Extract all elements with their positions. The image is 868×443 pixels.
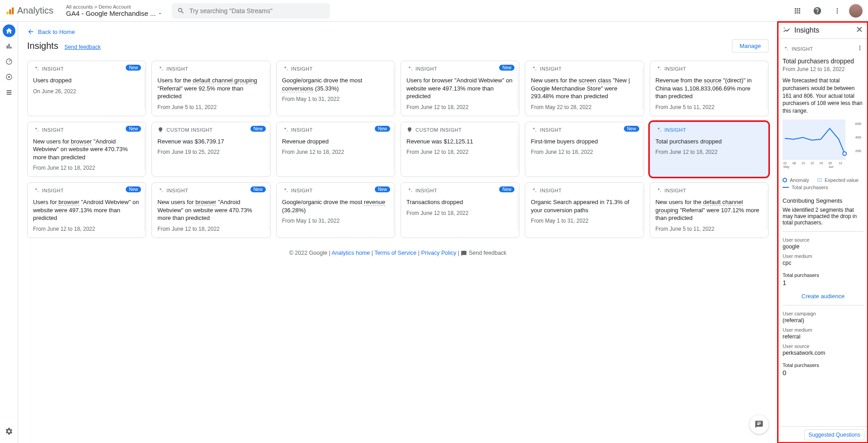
analytics-logo-icon bbox=[5, 6, 14, 15]
card-date: From June 12 to 18, 2022 bbox=[656, 149, 763, 155]
insight-card[interactable]: NewINSIGHTUsers droppedOn June 26, 2022 bbox=[27, 61, 146, 116]
svg-text:600: 600 bbox=[855, 122, 862, 126]
card-title: Users for the default channel grouping "… bbox=[157, 76, 264, 100]
nav-home[interactable] bbox=[3, 24, 15, 37]
segment-1: User source google User medium cpc Total… bbox=[783, 237, 863, 286]
card-type-label: INSIGHT bbox=[656, 187, 763, 194]
insights-grid: NewINSIGHTUsers droppedOn June 26, 2022I… bbox=[27, 61, 769, 238]
page-title: Insights bbox=[27, 41, 58, 51]
panel-title: Insights bbox=[794, 26, 819, 34]
nav-explore[interactable] bbox=[3, 55, 15, 68]
card-type-label: INSIGHT bbox=[282, 127, 389, 133]
help-icon[interactable] bbox=[809, 3, 826, 19]
insight-card[interactable]: NewINSIGHTTransactions droppedFrom June … bbox=[401, 182, 519, 238]
feedback-icon bbox=[461, 250, 467, 257]
panel-description: We forecasted that total purchasers woul… bbox=[783, 77, 863, 115]
new-badge: New bbox=[624, 126, 639, 132]
new-badge: New bbox=[250, 126, 266, 132]
panel-header: Insights bbox=[778, 22, 868, 39]
card-title: Google/organic drove the most revenue (3… bbox=[282, 198, 389, 214]
new-badge: New bbox=[250, 186, 266, 192]
manage-button[interactable]: Manage bbox=[732, 39, 769, 52]
footer-send-feedback[interactable]: Send feedback bbox=[469, 250, 506, 256]
insight-card[interactable]: INSIGHTTotal purchasers droppedFrom June… bbox=[650, 122, 769, 177]
new-badge: New bbox=[375, 126, 390, 132]
card-title: Total purchasers dropped bbox=[656, 138, 763, 146]
card-date: From May 1 to 31, 2022 bbox=[282, 96, 389, 102]
insight-card[interactable]: INSIGHTUsers for the default channel gro… bbox=[151, 61, 270, 116]
insight-card[interactable]: INSIGHTRevenue from the source "(direct)… bbox=[650, 61, 769, 116]
insight-card[interactable]: INSIGHTOrganic Search appeared in 71.3% … bbox=[525, 182, 644, 238]
svg-rect-6 bbox=[6, 90, 11, 91]
new-badge: New bbox=[126, 126, 141, 132]
footer-link-home[interactable]: Analytics home bbox=[331, 250, 370, 256]
footer-link-privacy[interactable]: Privacy Policy bbox=[421, 250, 456, 256]
svg-text:01: 01 bbox=[783, 162, 787, 165]
svg-text:200: 200 bbox=[855, 149, 862, 153]
chat-icon bbox=[755, 420, 764, 429]
panel-insight-title: Total purchasers dropped bbox=[783, 57, 863, 65]
search-input[interactable] bbox=[189, 7, 325, 14]
card-title: First-time buyers dropped bbox=[531, 138, 638, 146]
svg-text:May: May bbox=[783, 165, 790, 169]
card-date: From May 1 to 31, 2022 bbox=[531, 218, 638, 224]
close-panel-button[interactable] bbox=[855, 25, 863, 35]
card-type-label: INSIGHT bbox=[531, 187, 638, 194]
create-audience-link-1[interactable]: Create audience bbox=[802, 293, 844, 300]
insight-card[interactable]: NewINSIGHTGoogle/organic drove the most … bbox=[276, 182, 395, 238]
card-type-label: INSIGHT bbox=[406, 66, 514, 72]
left-nav bbox=[0, 22, 18, 443]
card-title: Users for browser "Android Webview" on w… bbox=[33, 198, 140, 222]
insight-card[interactable]: CUSTOM INSIGHTRevenue was $12,125.11From… bbox=[401, 122, 519, 177]
card-type-label: INSIGHT bbox=[531, 127, 638, 133]
card-type-label: CUSTOM INSIGHT bbox=[406, 127, 514, 133]
apps-icon[interactable] bbox=[789, 3, 806, 19]
card-title: New users for the default channel groupi… bbox=[656, 198, 763, 222]
insight-card[interactable]: INSIGHTNew users for the screen class "N… bbox=[525, 61, 644, 116]
insights-icon bbox=[783, 26, 791, 34]
new-badge: New bbox=[499, 186, 514, 192]
insight-card[interactable]: INSIGHTGoogle/organic drove the most con… bbox=[276, 61, 395, 116]
svg-text:08: 08 bbox=[793, 162, 796, 165]
card-type-label: INSIGHT bbox=[282, 66, 389, 72]
nav-configure[interactable] bbox=[3, 86, 15, 99]
card-type-label: INSIGHT bbox=[406, 187, 514, 194]
card-date: From June 5 to 11, 2022 bbox=[157, 104, 264, 110]
insight-card[interactable]: NewINSIGHTFirst-time buyers droppedFrom … bbox=[525, 122, 644, 177]
insight-card[interactable]: NewINSIGHTUsers for browser "Android Web… bbox=[401, 61, 519, 116]
card-title: Google/organic drove the most conversion… bbox=[282, 76, 389, 92]
property-selector[interactable]: All accounts > Demo Account GA4 - Google… bbox=[66, 4, 163, 17]
send-feedback-link[interactable]: Send feedback bbox=[65, 44, 101, 50]
insight-card[interactable]: NewINSIGHTNew users for browser "Android… bbox=[151, 182, 270, 238]
insight-card[interactable]: NewINSIGHTNew users for browser "Android… bbox=[27, 122, 146, 177]
insight-card[interactable]: NewINSIGHTUsers for browser "Android Web… bbox=[27, 182, 146, 238]
svg-text:29: 29 bbox=[820, 162, 823, 165]
card-date: From June 12 to 18, 2022 bbox=[33, 165, 140, 171]
nav-admin[interactable] bbox=[3, 425, 15, 438]
insight-card[interactable]: NewCUSTOM INSIGHTRevenue was $36,739.17F… bbox=[151, 122, 270, 177]
svg-point-9 bbox=[784, 27, 785, 28]
avatar[interactable] bbox=[849, 4, 863, 18]
search-bar[interactable] bbox=[172, 3, 330, 19]
insights-side-panel: Insights INSIGHT Total purchasers droppe… bbox=[778, 22, 868, 443]
app-logo[interactable]: Analytics bbox=[5, 5, 53, 16]
insight-card[interactable]: INSIGHTNew users for the default channel… bbox=[650, 182, 769, 238]
suggested-questions-button[interactable]: Suggested Questions bbox=[804, 429, 864, 440]
svg-rect-0 bbox=[7, 11, 9, 14]
insight-card[interactable]: NewINSIGHTRevenue droppedFrom June 12 to… bbox=[276, 122, 395, 177]
segment-2: User campaign (referral) User medium ref… bbox=[783, 311, 863, 376]
svg-rect-2 bbox=[12, 7, 14, 14]
panel-tag: INSIGHT bbox=[783, 46, 813, 52]
svg-text:22: 22 bbox=[811, 162, 814, 165]
card-type-label: INSIGHT bbox=[33, 127, 140, 133]
nav-reports[interactable] bbox=[3, 40, 15, 52]
card-type-label: CUSTOM INSIGHT bbox=[157, 127, 264, 133]
panel-more-button[interactable] bbox=[856, 44, 863, 53]
footer-link-tos[interactable]: Terms of Service bbox=[374, 250, 416, 256]
feedback-fab[interactable] bbox=[750, 415, 769, 434]
back-to-home-link[interactable]: Back to Home bbox=[27, 28, 75, 35]
more-vert-icon[interactable] bbox=[829, 3, 845, 19]
content-area: Back to Home Insights Send feedback Mana… bbox=[18, 22, 778, 443]
nav-advertising[interactable] bbox=[3, 71, 15, 83]
back-label: Back to Home bbox=[38, 29, 75, 35]
